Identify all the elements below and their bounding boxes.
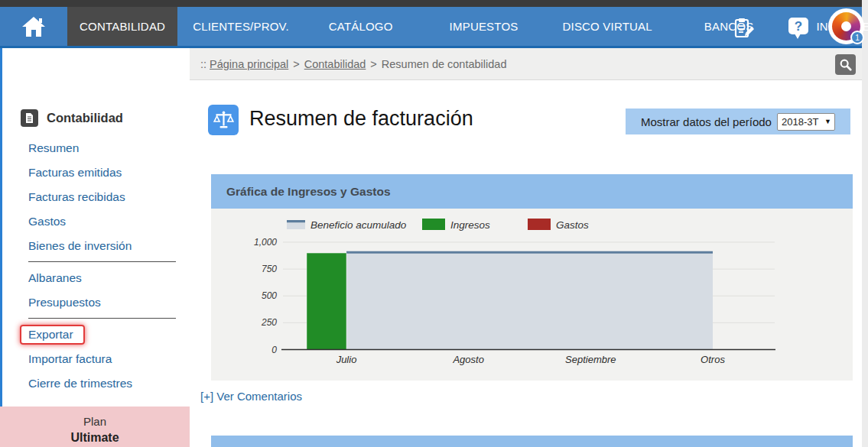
- period-selector-box: Mostrar datos del período 2018-3T ▼: [626, 109, 850, 134]
- breadcrumb-prefix: ::: [200, 58, 206, 70]
- sidebar-item-label: Exportar: [20, 325, 85, 345]
- second-panel-header: [211, 436, 853, 447]
- tab-disco-virtual[interactable]: DISCO VIRTUAL: [550, 7, 664, 46]
- legend-swatch: [287, 222, 305, 229]
- legend-label: Gastos: [556, 219, 589, 231]
- sidebar-item-presupuestos[interactable]: Presupuestos: [0, 290, 190, 315]
- sidebar-item-label: Facturas recibidas: [28, 190, 125, 203]
- plan-panel[interactable]: Plan Ultimate: [0, 407, 190, 447]
- plan-name: Ultimate: [0, 429, 190, 445]
- notification-badge: 1: [850, 31, 864, 44]
- sidebar-item-cierre-de-trimestres[interactable]: Cierre de trimestres: [0, 371, 190, 396]
- x-tick-label: Agosto: [452, 354, 483, 365]
- sidebar-item-importar-factura[interactable]: Importar factura: [0, 347, 190, 371]
- legend-swatch: [528, 219, 551, 230]
- ingresos-bar: [307, 253, 346, 349]
- sidebar-title: Contabilidad: [47, 111, 123, 125]
- beneficio-acumulado-area: [346, 252, 713, 349]
- home-icon: [21, 16, 46, 37]
- logo-center: [841, 21, 851, 31]
- ingresos-gastos-chart: 02505007501,000JulioAgostoSeptiembreOtro…: [211, 209, 853, 381]
- period-value: 2018-3T: [782, 116, 818, 128]
- sidebar-header: Contabilidad: [21, 109, 123, 127]
- page-title: Resumen de facturación: [249, 107, 473, 131]
- legend-label: Beneficio acumulado: [310, 219, 407, 231]
- svg-text:?: ?: [795, 19, 802, 34]
- tab-impuestos[interactable]: IMPUESTOS: [437, 7, 531, 46]
- sidebar: Contabilidad ResumenFacturas emitidasFac…: [0, 48, 190, 447]
- home-button[interactable]: [0, 7, 67, 46]
- y-tick-label: 750: [262, 264, 277, 274]
- period-label: Mostrar datos del período: [641, 115, 772, 128]
- y-tick-label: 250: [261, 317, 277, 328]
- sidebar-item-facturas-emitidas[interactable]: Facturas emitidas: [0, 160, 190, 185]
- sidebar-item-label: Importar factura: [28, 352, 112, 365]
- sidebar-item-albaranes[interactable]: Albaranes: [0, 266, 190, 290]
- legend-swatch-line: [287, 220, 305, 222]
- help-button[interactable]: ?: [785, 17, 812, 40]
- y-tick-label: 1,000: [254, 237, 277, 248]
- breadcrumb-separator: >: [370, 58, 376, 70]
- sidebar-item-label: Facturas emitidas: [28, 166, 122, 179]
- period-select[interactable]: 2018-3T ▼: [777, 113, 835, 131]
- document-icon: [21, 109, 38, 127]
- sidebar-item-facturas-recibidas[interactable]: Facturas recibidas: [0, 185, 190, 209]
- legend-swatch: [422, 219, 445, 230]
- tab-contabilidad[interactable]: CONTABILIDAD: [67, 7, 177, 46]
- x-tick-label: Julio: [336, 354, 357, 365]
- sidebar-item-label: Gastos: [28, 215, 66, 228]
- breadcrumb: :: Página principal > Contabilidad > Res…: [190, 48, 862, 80]
- ver-comentarios-link[interactable]: [+] Ver Comentarios: [200, 390, 302, 403]
- top-navigation: CONTABILIDADCLIENTES/PROV.CATÁLOGOIMPUES…: [0, 7, 862, 46]
- app-window: CONTABILIDADCLIENTES/PROV.CATÁLOGOIMPUES…: [0, 0, 868, 447]
- breadcrumb-current: Resumen de contabilidad: [382, 58, 507, 70]
- sidebar-divider: [0, 258, 190, 266]
- search-button[interactable]: [835, 54, 856, 75]
- plan-label: Plan: [0, 414, 190, 429]
- breadcrumb-link-home[interactable]: Página principal: [210, 58, 288, 70]
- tab-clientes-prov[interactable]: CLIENTES/PROV.: [180, 7, 301, 46]
- breadcrumb-link-contabilidad[interactable]: Contabilidad: [304, 58, 366, 70]
- chevron-down-icon: ▼: [824, 118, 831, 125]
- sidebar-item-resumen[interactable]: Resumen: [0, 136, 190, 160]
- x-tick-label: Otros: [701, 354, 725, 365]
- sidebar-item-label: Resumen: [28, 141, 79, 154]
- chart-panel-header: Gráfica de Ingresos y Gastos: [211, 174, 853, 209]
- sidebar-item-gastos[interactable]: Gastos: [0, 209, 190, 234]
- sidebar-divider: [0, 315, 190, 322]
- search-icon: [839, 58, 852, 71]
- sidebar-item-label: Cierre de trimestres: [28, 377, 132, 390]
- tab-catalogo[interactable]: CATÁLOGO: [317, 7, 405, 46]
- sidebar-menu: ResumenFacturas emitidasFacturas recibid…: [0, 136, 190, 396]
- y-tick-label: 500: [262, 290, 277, 301]
- clipboard-pencil-icon: [733, 17, 756, 40]
- chart-svg: 02505007501,000JulioAgostoSeptiembreOtro…: [211, 209, 853, 381]
- sidebar-item-exportar[interactable]: Exportar: [0, 322, 190, 347]
- account-logo[interactable]: 1: [828, 8, 864, 44]
- sidebar-item-label: Presupuestos: [28, 296, 101, 309]
- top-dark-strip: [0, 0, 862, 7]
- y-tick-label: 0: [271, 345, 277, 355]
- sidebar-item-label: Bienes de inversión: [28, 239, 132, 252]
- notes-button[interactable]: [730, 17, 758, 40]
- legend-label: Ingresos: [450, 219, 490, 231]
- help-icon: ?: [787, 17, 810, 40]
- page-right-gutter: [862, 0, 868, 447]
- main-content: :: Página principal > Contabilidad > Res…: [190, 48, 862, 447]
- x-tick-label: Septiembre: [565, 354, 616, 365]
- sidebar-item-label: Albaranes: [28, 271, 82, 284]
- sidebar-item-bienes-de-inversion[interactable]: Bienes de inversión: [0, 234, 190, 258]
- scales-icon: [208, 105, 239, 135]
- breadcrumb-separator: >: [293, 58, 299, 70]
